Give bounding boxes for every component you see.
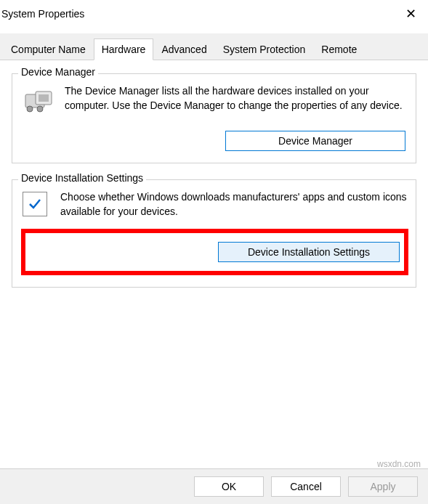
apply-button[interactable]: Apply bbox=[348, 476, 418, 497]
device-manager-button[interactable]: Device Manager bbox=[225, 131, 405, 151]
device-manager-description: The Device Manager lists all the hardwar… bbox=[65, 84, 407, 113]
annotation-highlight: Device Installation Settings bbox=[21, 229, 408, 275]
tab-computer-name[interactable]: Computer Name bbox=[3, 38, 94, 60]
svg-point-3 bbox=[27, 106, 33, 112]
tab-advanced[interactable]: Advanced bbox=[153, 38, 214, 60]
ok-button[interactable]: OK bbox=[194, 476, 264, 497]
close-icon[interactable]: ✕ bbox=[400, 6, 422, 22]
tab-system-protection[interactable]: System Protection bbox=[215, 38, 314, 60]
tab-remote[interactable]: Remote bbox=[313, 38, 365, 60]
tab-strip: Computer Name Hardware Advanced System P… bbox=[0, 33, 428, 60]
groupbox-title: Device Installation Settings bbox=[18, 172, 146, 184]
svg-rect-2 bbox=[39, 94, 49, 102]
cancel-button[interactable]: Cancel bbox=[271, 476, 341, 497]
tab-hardware[interactable]: Hardware bbox=[94, 38, 154, 60]
device-installation-settings-button[interactable]: Device Installation Settings bbox=[218, 242, 400, 262]
watermark: wsxdn.com bbox=[377, 459, 421, 469]
tab-panel-hardware: Device Manager The Device Manager lists … bbox=[0, 60, 428, 317]
dialog-footer: OK Cancel Apply bbox=[0, 468, 428, 504]
window-title: System Properties bbox=[1, 8, 84, 20]
hardware-icon bbox=[21, 84, 56, 119]
svg-point-4 bbox=[37, 106, 43, 112]
groupbox-title: Device Manager bbox=[18, 66, 98, 78]
checkmark-icon bbox=[23, 192, 47, 216]
device-installation-description: Choose whether Windows downloads manufac… bbox=[60, 190, 407, 219]
groupbox-device-manager: Device Manager The Device Manager lists … bbox=[12, 73, 416, 163]
titlebar: System Properties ✕ bbox=[0, 0, 428, 23]
groupbox-device-installation-settings: Device Installation Settings Choose whet… bbox=[12, 179, 416, 288]
